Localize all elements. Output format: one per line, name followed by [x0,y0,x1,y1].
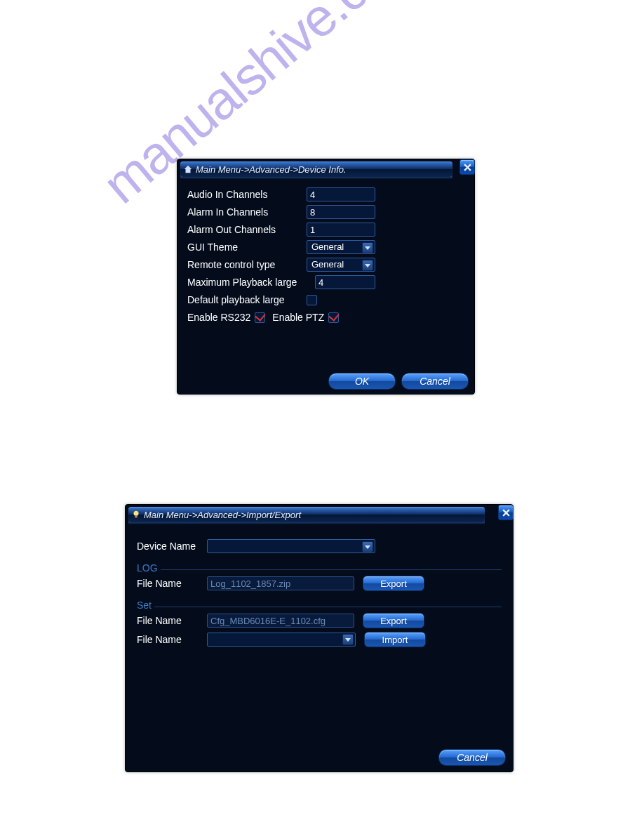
enable-rs232-checkbox[interactable] [255,312,265,323]
home-icon [183,164,193,174]
titlebar: Main Menu->Advanced->Import/Export [128,507,485,523]
gui-theme-select[interactable]: General [307,240,375,254]
set-file-name2-input[interactable] [207,633,356,647]
import-export-dialog: Main Menu->Advanced->Import/Export Devic… [125,504,514,772]
set-file-name1-label: File Name [137,615,207,626]
enable-ptz-checkbox[interactable] [328,312,339,323]
set-import-button[interactable]: Import [364,632,426,647]
titlebar: Main Menu->Advanced->Device Info. [180,161,452,178]
device-name-label: Device Name [137,541,207,552]
ok-button[interactable]: OK [328,373,396,390]
bulb-icon [131,510,141,519]
alarm-in-input[interactable] [307,205,375,219]
gui-theme-value: General [311,241,344,252]
alarm-out-label: Alarm Out Channels [187,224,307,235]
dialog-body: Audio In Channels Alarm In Channels Alar… [177,180,474,332]
alarm-in-label: Alarm In Channels [187,206,307,218]
log-file-name-input [207,576,354,590]
max-playback-input[interactable] [315,275,375,289]
audio-in-input[interactable] [307,187,375,201]
device-info-dialog: Main Menu->Advanced->Device Info. Audio … [177,159,475,395]
log-file-name-label: File Name [137,578,207,589]
set-file-name1-input [207,614,354,628]
chevron-down-icon[interactable] [342,634,354,645]
dialog-footer: OK Cancel [328,373,469,390]
dialog-footer: Cancel [438,749,506,766]
divider [154,607,502,607]
log-export-button[interactable]: Export [363,576,424,591]
remote-type-select[interactable]: General [307,258,375,272]
chevron-down-icon [362,260,373,271]
enable-rs232-label: Enable RS232 [187,312,250,323]
set-group-title: Set [137,600,502,611]
remote-type-label: Remote control type [187,259,307,270]
default-playback-checkbox[interactable] [307,295,317,305]
svg-rect-1 [135,516,137,518]
log-group-title: LOG [137,562,502,574]
divider [161,569,502,570]
enable-ptz-label: Enable PTZ [272,312,324,323]
alarm-out-input[interactable] [307,223,375,237]
set-title-text: Set [137,600,152,611]
dialog-title: Main Menu->Advanced->Device Info. [196,164,347,175]
close-button[interactable] [459,159,475,175]
default-playback-label: Default playback large [187,294,307,305]
cancel-button[interactable]: Cancel [401,373,469,390]
log-title-text: LOG [137,562,158,574]
close-button[interactable] [498,505,514,520]
svg-point-0 [134,511,139,516]
dialog-body: Device Name LOG File Name Export Set [126,525,513,655]
cancel-button[interactable]: Cancel [438,749,506,766]
page: manualshive.com Main Menu->Advanced->Dev… [0,0,644,834]
gui-theme-label: GUI Theme [187,241,307,253]
remote-type-value: General [311,259,344,270]
set-export-button[interactable]: Export [363,613,424,628]
chevron-down-icon [362,242,373,253]
max-playback-label: Maximum Playback large [187,277,315,288]
device-name-select[interactable] [207,539,375,553]
chevron-down-icon [362,541,373,552]
dialog-title: Main Menu->Advanced->Import/Export [144,510,301,520]
audio-in-label: Audio In Channels [187,189,307,200]
set-file-name2-label: File Name [137,634,207,645]
